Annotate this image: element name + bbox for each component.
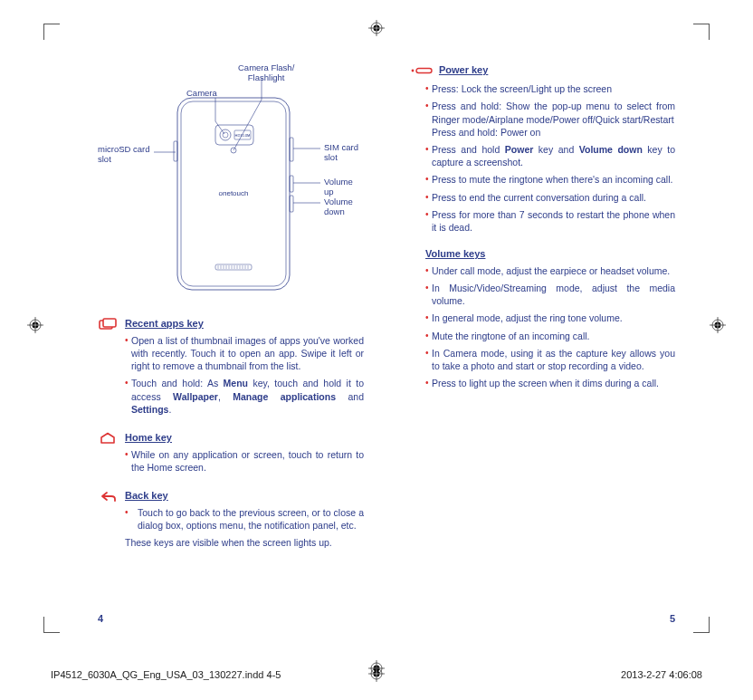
svg-point-54 xyxy=(412,70,415,72)
home-key-title: Home key xyxy=(125,431,364,445)
footer-filename: IP4512_6030A_QG_Eng_USA_03_130227.indd 4… xyxy=(51,669,281,680)
text-bold: Settings xyxy=(131,404,168,415)
left-column: HD10.0M onetouch xyxy=(98,63,364,600)
callout-volume-down: Volume down xyxy=(324,197,364,217)
crop-mark-bl xyxy=(43,617,60,633)
power-bullet-1: Press: Lock the screen/Light up the scre… xyxy=(425,82,675,95)
text: key and xyxy=(533,144,578,155)
text: Touch and hold: As xyxy=(131,378,224,388)
back-key-title: Back key xyxy=(125,489,364,503)
text: , xyxy=(218,391,233,402)
svg-point-30 xyxy=(231,148,236,153)
volume-bullet-1: Under call mode, adjust the earpiece or … xyxy=(425,264,675,277)
svg-rect-53 xyxy=(103,319,116,327)
recent-apps-icon xyxy=(98,317,118,420)
text-bold: Power xyxy=(505,144,534,155)
power-bullet-4: Press to mute the ringtone when there's … xyxy=(425,173,675,186)
callout-sim: SIM card slot xyxy=(324,143,364,163)
crop-mark-br xyxy=(693,617,710,633)
svg-rect-47 xyxy=(290,196,293,212)
back-closing-text: These keys are visible when the screen l… xyxy=(125,536,364,549)
volume-bullet-6: Press to light up the screen when it dim… xyxy=(425,377,675,389)
footer-timestamp: 2013-2-27 4:06:08 xyxy=(621,669,702,680)
back-key-section: Back key Touch to go back to the previou… xyxy=(98,489,364,549)
power-key-title: Power key xyxy=(439,64,488,75)
home-bullet-1: While on any application or screen, touc… xyxy=(125,448,364,474)
power-key-section: Power key xyxy=(409,63,675,77)
page-number-right: 5 xyxy=(670,613,675,624)
power-bullet-6: Press for more than 7 seconds to restart… xyxy=(425,208,675,234)
svg-rect-55 xyxy=(416,69,432,73)
callout-camera: Camera xyxy=(186,89,217,99)
phone-brand-label: onetouch xyxy=(219,189,249,197)
page-number-left: 4 xyxy=(98,613,103,624)
svg-rect-46 xyxy=(290,176,293,192)
recent-bullet-2: Touch and hold: As Menu key, touch and h… xyxy=(125,377,364,416)
recent-apps-title: Recent apps key xyxy=(125,317,364,331)
footer-registration-icon xyxy=(368,666,385,684)
recent-bullet-1: Open a list of thumbnail images of apps … xyxy=(125,334,364,373)
registration-mark-left xyxy=(27,317,43,333)
power-button-icon xyxy=(409,64,433,77)
crop-mark-tr xyxy=(693,24,710,40)
callout-microsd: microSD card slot xyxy=(98,145,150,165)
svg-rect-45 xyxy=(290,138,293,161)
svg-rect-44 xyxy=(174,141,177,161)
callout-volume-up: Volume up xyxy=(324,177,364,197)
text: . xyxy=(168,404,171,415)
volume-keys-title: Volume keys xyxy=(409,247,675,261)
svg-point-28 xyxy=(223,132,228,138)
back-icon xyxy=(98,489,118,549)
volume-bullet-5: In Camera mode, using it as the capture … xyxy=(425,347,675,372)
registration-mark-right xyxy=(710,317,726,333)
volume-bullet-4: Mute the ringtone of an incoming call. xyxy=(425,330,675,342)
text-bold: Manage applications xyxy=(233,391,336,402)
recent-apps-section: Recent apps key Open a list of thumbnail… xyxy=(98,317,364,420)
right-column: Power key Press: Lock the screen/Light u… xyxy=(409,63,675,600)
text: Press and hold xyxy=(432,144,505,155)
text-bold: Menu xyxy=(224,378,248,388)
text-bold: Volume down xyxy=(579,144,643,155)
text-bold: Wallpaper xyxy=(173,391,218,402)
text: Press and hold: Show the pop-up menu to … xyxy=(432,100,675,125)
text: Press and hold: Power on xyxy=(432,126,675,139)
svg-point-27 xyxy=(220,129,231,140)
phone-body-icon: HD10.0M onetouch xyxy=(163,85,304,302)
home-key-section: Home key While on any application or scr… xyxy=(98,431,364,478)
phone-diagram: HD10.0M onetouch xyxy=(98,63,364,304)
power-bullet-3: Press and hold Power key and Volume down… xyxy=(425,143,675,168)
home-icon xyxy=(98,431,118,478)
volume-bullet-2: In Music/Video/Streaming mode, adjust th… xyxy=(425,282,675,307)
power-bullet-2: Press and hold: Show the pop-up menu to … xyxy=(425,100,675,139)
callout-camera-flash: Camera Flash/ Flashlight xyxy=(238,63,294,83)
text: and xyxy=(336,391,364,402)
volume-bullet-3: In general mode, adjust the ring tone vo… xyxy=(425,312,675,324)
sensor-label: HD10.0M xyxy=(235,133,251,138)
registration-mark-top xyxy=(368,20,385,36)
back-bullet-1: Touch to go back to the previous screen,… xyxy=(125,506,364,532)
crop-mark-tl xyxy=(43,24,60,40)
power-bullet-5: Press to end the current conversation du… xyxy=(425,191,675,204)
